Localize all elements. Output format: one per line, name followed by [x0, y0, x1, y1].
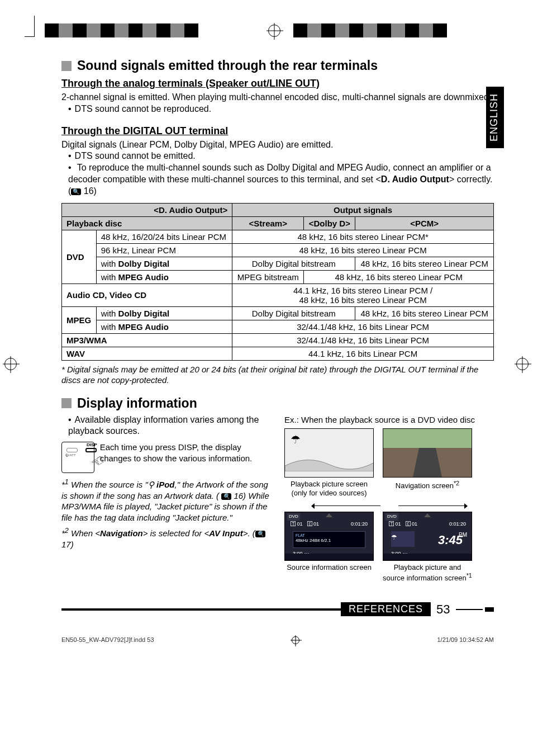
table-cell: Dolby Digital bitstream [232, 257, 355, 270]
list-item: To reproduce the multi-channel sounds su… [68, 162, 494, 197]
playback-picture-screen: ☂ [284, 428, 374, 478]
table-cell: with MPEG Audio [96, 320, 232, 333]
remote-illustration: ⏻/ATT DISP ☜ Each time you press DISP, t… [61, 442, 271, 473]
section-heading-display-info: Display information [61, 396, 494, 411]
playback-and-source-screen: DVD 🅃 01🄲 010:01:20 ☂ 3:45 PM 3:00 AM [383, 512, 472, 561]
square-bullet-icon [61, 398, 72, 408]
page-footer: REFERENCES 53 [61, 605, 494, 614]
table-cell: Dolby Digital bitstream [232, 306, 355, 320]
table-cell: 96 kHz, Linear PCM [96, 243, 232, 257]
table-cell: with Dolby Digital [96, 257, 232, 270]
remote-caption: Each time you press DISP, the display ch… [100, 442, 271, 464]
list-item: DTS sound cannot be emitted. [68, 150, 494, 162]
transition-arrows [284, 504, 494, 508]
table-cell: 44.1 kHz, 16 bits Linear PCM [232, 347, 494, 360]
manual-ref-icon: 🔍 [221, 493, 231, 500]
square-bullet-icon [61, 61, 72, 71]
footnote-1: *1 When the source is "⚲ iPod," the Artw… [61, 478, 271, 523]
footnote-2: *2 When <Navigation> is selected for <AV… [61, 526, 271, 550]
print-metadata: EN50-55_KW-ADV792[J]f.indd 53 1/21/09 10… [61, 636, 494, 644]
page-number: 53 [431, 602, 455, 617]
table-cell: 48 kHz, 16 bits stereo Linear PCM [304, 270, 494, 284]
subheading-analog: Through the analog terminals (Speaker ou… [61, 78, 494, 89]
body-text: 2-channel signal is emitted. When playin… [61, 92, 494, 103]
manual-ref-icon: 🔍 [255, 531, 265, 537]
table-cell: MPEG bitstream [232, 270, 304, 284]
section-heading-sound-signals: Sound signals emitted through the rear t… [61, 58, 494, 73]
table-cell: 48 kHz, 16 bits stereo Linear PCM [355, 257, 494, 270]
table-cell: WAV [62, 347, 232, 360]
section-title: Display information [77, 396, 197, 411]
print-file: EN50-55_KW-ADV792[J]f.indd 53 [61, 636, 154, 644]
navigation-screen [383, 428, 472, 478]
footer-section-label: REFERENCES [341, 602, 431, 616]
screen-caption: Navigation screen*2 [383, 480, 472, 490]
table-cell: DVD [62, 230, 97, 284]
arrow-right-icon [395, 504, 468, 508]
table-cell: MPEG [62, 306, 97, 333]
source-info-screen: DVD 🅃 01🄲 010:01:20 FLAT48kHz 24Bit 6/2.… [284, 512, 374, 561]
list-item: DTS sound cannot be reproduced. [68, 103, 494, 115]
table-cell: 48 kHz, 16 bits stereo Linear PCM [232, 243, 494, 257]
table-cell: 48 kHz, 16 bits stereo Linear PCM [355, 306, 494, 320]
section-title: Sound signals emitted through the rear t… [77, 58, 378, 73]
screen-caption: Playback picture screen (only for video … [284, 480, 374, 497]
table-cell: 48 kHz, 16 bits stereo Linear PCM* [232, 230, 494, 243]
wave-icon [285, 455, 374, 471]
example-intro: Ex.: When the playback source is a DVD v… [284, 414, 494, 426]
table-header: Output signals [232, 203, 494, 216]
table-cell: Audio CD, Video CD [62, 284, 232, 306]
table-cell: 32/44.1/48 kHz, 16 bits Linear PCM [232, 333, 494, 347]
print-timestamp: 1/21/09 10:34:52 AM [437, 636, 494, 644]
manual-ref-icon: 🔍 [71, 188, 81, 195]
list-item: Available display information varies amo… [68, 414, 271, 438]
table-footnote: * Digital signals may be emitted at 20 o… [61, 364, 494, 386]
subheading-digital: Through the DIGITAL OUT terminal [61, 125, 494, 137]
table-cell: with Dolby Digital [96, 306, 232, 320]
table-header: <D. Audio Output> [62, 203, 232, 216]
table-cell: 48 kHz, 16/20/24 bits Linear PCM [96, 230, 232, 243]
arrow-left-icon [311, 504, 384, 508]
screen-caption: Playback picture and source information … [383, 563, 472, 583]
table-cell: 44.1 kHz, 16 bits stereo Linear PCM /48 … [232, 284, 494, 306]
table-cell: MP3/WMA [62, 333, 232, 347]
table-header: <PCM> [355, 216, 494, 230]
table-header: Playback disc [62, 216, 232, 230]
screen-caption: Source information screen [284, 563, 374, 572]
umbrella-icon: ☂ [291, 432, 301, 447]
remote-panel-icon: ⏻/ATT DISP ☜ [61, 442, 94, 473]
table-cell: with MPEG Audio [96, 270, 232, 284]
registration-mark-icon [292, 636, 299, 644]
table-header: <Stream> [232, 216, 304, 230]
table-header: <Dolby D> [304, 216, 355, 230]
table-cell: 32/44.1/48 kHz, 16 bits Linear PCM [232, 320, 494, 333]
output-signals-table: <D. Audio Output> Output signals Playbac… [61, 203, 494, 361]
body-text: Digital signals (Linear PCM, Dolby Digit… [61, 139, 494, 151]
